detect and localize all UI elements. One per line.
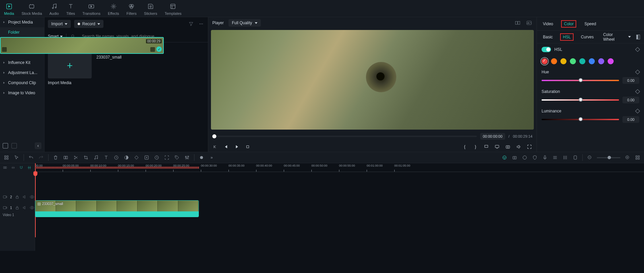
tab-video[interactable]: Video	[541, 20, 555, 28]
snapshot-icon[interactable]	[526, 20, 532, 26]
tool-audio[interactable]: Audio	[50, 3, 59, 15]
swatch-blue[interactable]	[589, 58, 595, 64]
tool-templates[interactable]: Templates	[164, 3, 181, 15]
tab-speed[interactable]: Speed	[582, 20, 598, 28]
keyframe-icon[interactable]	[635, 109, 640, 113]
mute-icon[interactable]	[22, 205, 27, 210]
mic-icon[interactable]	[542, 155, 548, 161]
slider-handle[interactable]	[579, 78, 583, 82]
display-icon[interactable]	[494, 144, 500, 150]
magnet-icon[interactable]	[19, 165, 24, 170]
zoom-out-icon[interactable]	[587, 155, 593, 161]
speed-icon[interactable]	[113, 155, 119, 161]
prev-frame-icon[interactable]	[212, 144, 218, 150]
tool-effects[interactable]: Effects	[108, 3, 119, 15]
tab-basic[interactable]: Basic	[541, 33, 555, 41]
link-icon[interactable]	[3, 165, 7, 170]
hue-value[interactable]: 0.00	[622, 77, 639, 84]
more-icon[interactable]: ⋯	[198, 21, 205, 27]
fullscreen-icon[interactable]	[526, 144, 532, 150]
chain-icon[interactable]	[11, 165, 16, 170]
bracket-open-icon[interactable]: {	[462, 144, 468, 150]
focus-icon[interactable]	[164, 155, 170, 161]
shield-icon[interactable]	[532, 155, 538, 161]
collapse-sidebar-icon[interactable]: ‹	[35, 142, 41, 149]
zoom-slider[interactable]	[597, 157, 620, 158]
record-tl-icon[interactable]	[198, 155, 205, 161]
compare-view-icon[interactable]	[514, 20, 521, 26]
tool-filters[interactable]: Filters	[126, 3, 136, 15]
tab-hsl[interactable]: HSL	[560, 33, 573, 41]
slider-handle[interactable]	[579, 98, 583, 102]
slider-handle[interactable]	[579, 117, 583, 121]
filter-icon[interactable]	[188, 21, 194, 27]
text-icon[interactable]	[103, 155, 109, 161]
keyframe-icon[interactable]	[635, 70, 640, 74]
tool-media[interactable]: Media	[4, 3, 14, 15]
volume-icon[interactable]	[516, 144, 522, 150]
tab-color-wheel[interactable]: Color Wheel	[601, 31, 617, 43]
sidebar-item-folder[interactable]: Folder	[0, 27, 44, 37]
swatch-magenta[interactable]	[608, 58, 614, 64]
swatch-aqua[interactable]	[579, 58, 585, 64]
sidebar-item-compound[interactable]: Compound Clip	[0, 78, 44, 88]
marker-icon[interactable]	[572, 155, 578, 161]
sidebar-item-adjustment[interactable]: Adjustment La...	[0, 68, 44, 78]
saturation-slider[interactable]	[542, 99, 619, 101]
saturation-value[interactable]: 0.00	[622, 97, 639, 103]
sidebar-item-influence-kit[interactable]: Influence Kit	[0, 58, 44, 68]
swatch-orange[interactable]	[551, 58, 557, 64]
ripple-delete-icon[interactable]	[63, 155, 69, 161]
luminance-value[interactable]: 0.00	[622, 116, 639, 123]
eye-icon[interactable]	[30, 205, 34, 210]
tag-icon[interactable]	[174, 155, 180, 161]
camera-icon[interactable]	[505, 144, 511, 150]
play-backward-icon[interactable]	[223, 144, 229, 150]
timeline-clip[interactable]: 233037_small	[35, 200, 199, 217]
hsl-toggle[interactable]	[542, 47, 551, 52]
timeline-main[interactable]: 00:00 00:00:05:00 00:00:10:00 00:00:15:0…	[35, 163, 644, 251]
color-icon[interactable]	[123, 155, 129, 161]
redo-icon[interactable]	[38, 155, 44, 161]
keyframe-icon[interactable]	[635, 89, 640, 94]
camera-tl-icon[interactable]	[512, 155, 518, 161]
clock-icon[interactable]	[154, 155, 160, 161]
tab-color[interactable]: Color	[561, 20, 576, 28]
snap-icon[interactable]	[27, 165, 32, 170]
tool-titles[interactable]: Titles	[66, 3, 75, 15]
mixer-icon[interactable]	[562, 155, 568, 161]
lock-icon[interactable]	[15, 205, 20, 210]
hue-slider[interactable]	[542, 80, 619, 81]
delete-icon[interactable]	[53, 155, 59, 161]
adjust-icon[interactable]	[144, 155, 150, 161]
tool-stock[interactable]: Stock Media	[22, 3, 42, 15]
swatch-yellow[interactable]	[560, 58, 566, 64]
list-icon[interactable]	[552, 155, 558, 161]
quality-select[interactable]: Full Quality	[228, 19, 261, 27]
marker-dropdown-icon[interactable]	[483, 144, 489, 150]
zoom-in-icon[interactable]	[624, 155, 631, 161]
tab-curves[interactable]: Curves	[579, 33, 596, 41]
record-button[interactable]: Record	[74, 20, 103, 28]
luminance-slider[interactable]	[542, 119, 619, 120]
play-icon[interactable]	[234, 144, 240, 150]
sidebar-item-project-media[interactable]: Project Media	[0, 17, 44, 27]
timeline-ruler[interactable]: 00:00 00:00:05:00 00:00:10:00 00:00:15:0…	[35, 163, 644, 172]
ai-icon[interactable]	[501, 155, 508, 161]
eye-icon[interactable]	[30, 195, 34, 199]
lock-icon[interactable]	[15, 195, 20, 199]
swatch-red[interactable]	[542, 58, 548, 64]
more-tl-icon[interactable]: »	[209, 155, 215, 161]
crop-icon[interactable]	[83, 155, 89, 161]
swatch-purple[interactable]	[598, 58, 604, 64]
sidebar-item-image-to-video[interactable]: Image to Video	[0, 88, 44, 98]
compare-icon[interactable]	[636, 35, 640, 39]
import-media-tile[interactable]: + Import Media	[48, 53, 92, 85]
video-preview[interactable]	[211, 30, 534, 130]
music-icon[interactable]	[93, 155, 99, 161]
mute-icon[interactable]	[22, 195, 27, 199]
keyframe-tl-icon[interactable]	[133, 155, 140, 161]
scrub-bar[interactable]	[212, 136, 477, 137]
stop-icon[interactable]	[245, 144, 251, 150]
media-clip-tile[interactable]: 00:00:29 ✓ 233037_small	[96, 53, 140, 85]
